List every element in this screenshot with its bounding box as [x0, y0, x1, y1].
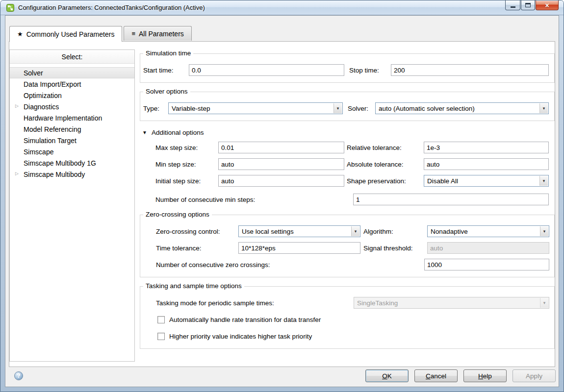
signal-threshold-input	[427, 242, 549, 254]
expand-arrow-icon[interactable]: ▷	[15, 171, 19, 176]
additional-options-title: Additional options	[152, 129, 204, 136]
group-title: Zero-crossing options	[143, 211, 212, 218]
solver-type-label: Type:	[143, 105, 168, 112]
absolute-tolerance-input[interactable]	[424, 158, 549, 170]
dialog-buttons: OK Cancel Help Apply	[365, 369, 556, 382]
form-row: Zero-crossing control: Use local setting…	[156, 225, 554, 238]
sidebar-item-simulation-target[interactable]: Simulation Target	[10, 135, 134, 146]
relative-tolerance-input[interactable]	[424, 142, 549, 153]
auto-rate-transition-checkbox[interactable]	[157, 316, 165, 323]
form-row: Start time: Stop time:	[143, 64, 554, 76]
cancel-button[interactable]: Cancel	[414, 369, 458, 382]
consecutive-min-steps-input[interactable]	[353, 194, 549, 205]
min-step-size-label: Min step size:	[155, 161, 218, 168]
solver-pane: Simulation time Start time: Stop time: S…	[140, 49, 555, 367]
minimize-button[interactable]	[505, 0, 520, 10]
ok-button[interactable]: OK	[365, 369, 409, 382]
sidebar-item-label: Simulation Target	[24, 137, 77, 145]
start-time-input[interactable]	[189, 64, 344, 76]
zero-crossing-control-label: Zero-crossing control:	[156, 228, 238, 235]
sidebar-header: Select:	[10, 50, 134, 64]
category-sidebar: Select: Solver Data Import/Export Optimi…	[9, 49, 135, 362]
dropdown-value: Disable All	[427, 177, 458, 185]
solver-type-dropdown[interactable]: Variable-step ▾	[168, 102, 343, 114]
help-button[interactable]: Help	[463, 369, 507, 382]
tabstrip: ★ Commonly Used Parameters ≡ All Paramet…	[9, 26, 193, 41]
time-tolerance-input[interactable]	[238, 242, 360, 254]
dropdown-arrow-icon: ▾	[539, 176, 548, 186]
sidebar-item-label: Data Import/Export	[24, 80, 81, 88]
auto-rate-transition-label: Automatically handle rate transition for…	[169, 316, 321, 323]
time-tolerance-label: Time tolerance:	[156, 245, 238, 252]
sidebar-item-optimization[interactable]: Optimization	[10, 90, 134, 101]
sidebar-item-model-referencing[interactable]: Model Referencing	[10, 123, 134, 135]
dropdown-arrow-icon: ▾	[351, 226, 359, 236]
sidebar-item-label: Solver	[24, 69, 43, 77]
sidebar-item-solver[interactable]: Solver	[10, 67, 134, 78]
form-row: Max step size: Relative tolerance:	[155, 141, 555, 154]
sidebar-item-label: Simscape	[24, 148, 53, 156]
consecutive-zero-crossings-input[interactable]	[424, 259, 549, 270]
max-step-size-input[interactable]	[218, 142, 344, 153]
ok-button-label: OK	[382, 372, 392, 380]
start-time-label: Start time:	[143, 67, 189, 74]
shape-preservation-label: Shape preservation:	[347, 177, 424, 185]
help-orb-icon[interactable]: ?	[14, 371, 23, 380]
shape-preservation-dropdown[interactable]: Disable All ▾	[424, 175, 549, 187]
sidebar-item-label: Diagnostics	[24, 103, 59, 111]
initial-step-size-label: Initial step size:	[155, 177, 218, 185]
maximize-icon	[525, 3, 531, 7]
dropdown-value: Use local settings	[242, 228, 294, 235]
dropdown-arrow-icon: ▾	[539, 103, 548, 113]
tab-all-parameters[interactable]: ≡ All Parameters	[124, 26, 191, 41]
apply-button: Apply	[513, 369, 556, 382]
stop-time-label: Stop time:	[349, 67, 391, 74]
dropdown-value: Variable-step	[172, 105, 210, 112]
question-mark-icon: ?	[17, 372, 20, 379]
list-icon: ≡	[131, 30, 135, 37]
titlebar[interactable]: Configuration Parameters: ConnectedTanks…	[0, 0, 564, 15]
sidebar-item-simscape[interactable]: Simscape	[10, 146, 134, 157]
group-title: Solver options	[143, 88, 190, 95]
algorithm-label: Algorithm:	[363, 228, 427, 235]
close-button[interactable]: ×	[536, 0, 559, 10]
sidebar-item-diagnostics[interactable]: ▷ Diagnostics	[10, 101, 134, 112]
tab-label: All Parameters	[139, 30, 184, 38]
tasking-mode-label: Tasking mode for periodic sample times:	[156, 299, 354, 307]
zero-crossing-control-dropdown[interactable]: Use local settings ▾	[238, 225, 360, 237]
star-icon: ★	[17, 30, 23, 38]
algorithm-dropdown[interactable]: Nonadaptive ▾	[427, 225, 549, 237]
group-title: Simulation time	[143, 49, 193, 57]
close-icon: ×	[545, 1, 549, 9]
sidebar-item-data-import-export[interactable]: Data Import/Export	[10, 78, 134, 90]
solver-dropdown[interactable]: auto (Automatic solver selection) ▾	[375, 102, 549, 114]
dropdown-arrow-icon: ▾	[540, 226, 548, 236]
sidebar-item-label: Model Referencing	[24, 125, 81, 133]
form-row: Number of consecutive min steps:	[155, 193, 555, 206]
simulink-icon	[6, 4, 14, 12]
additional-options-expander[interactable]: ▼ Additional options	[142, 129, 555, 136]
sidebar-item-simscape-multibody[interactable]: ▷ Simscape Multibody	[10, 169, 134, 180]
sidebar-item-label: Hardware Implementation	[24, 114, 102, 122]
higher-priority-checkbox[interactable]	[157, 333, 165, 340]
dialog-client-area: ★ Commonly Used Parameters ≡ All Paramet…	[5, 15, 559, 387]
stop-time-input[interactable]	[391, 64, 549, 76]
dropdown-value: SingleTasking	[357, 299, 398, 307]
maximize-button[interactable]	[521, 0, 535, 10]
higher-priority-label: Higher priority value indicates higher t…	[169, 333, 312, 340]
cancel-button-label: Cancel	[426, 372, 446, 380]
sidebar-item-label: Simscape Multibody 1G	[24, 159, 96, 167]
dialog-footer: ? OK Cancel Help Apply	[5, 365, 559, 387]
zero-crossing-group: Zero-crossing options Zero-crossing cont…	[140, 215, 555, 277]
tab-commonly-used-parameters[interactable]: ★ Commonly Used Parameters	[9, 26, 122, 42]
sidebar-item-simscape-multibody-1g[interactable]: Simscape Multibody 1G	[10, 157, 134, 169]
configuration-parameters-window: Configuration Parameters: ConnectedTanks…	[0, 0, 564, 392]
solver-label: Solver:	[348, 105, 375, 112]
parameters-panel: Select: Solver Data Import/Export Optimi…	[9, 41, 555, 367]
consecutive-min-steps-label: Number of consecutive min steps:	[155, 196, 353, 203]
initial-step-size-input[interactable]	[218, 175, 344, 187]
min-step-size-input[interactable]	[218, 158, 344, 170]
expander-triangle-icon: ▼	[142, 130, 147, 135]
sidebar-item-hardware-implementation[interactable]: Hardware Implementation	[10, 112, 134, 123]
expand-arrow-icon[interactable]: ▷	[15, 103, 19, 108]
